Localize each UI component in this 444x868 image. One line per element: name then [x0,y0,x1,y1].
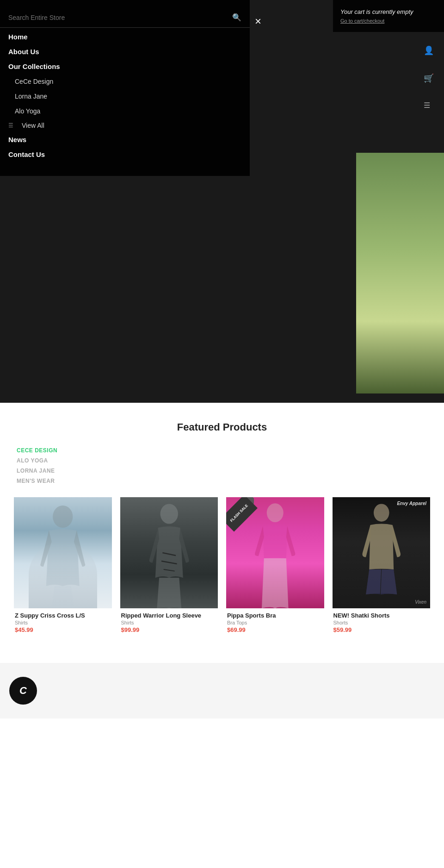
product-info-2: Ripped Warrior Long Sleeve Shirts $99.99 [120,608,218,635]
nav-link-about[interactable]: About Us [8,48,39,56]
nav-item-home[interactable]: Home [8,30,241,44]
footer: C [0,663,444,718]
nav-link-home[interactable]: Home [8,33,28,41]
nav-item-contact[interactable]: Contact Us [8,147,241,162]
product-name-1: Z Suppy Criss Cross L/S [15,612,111,619]
product-category-1: Shirts [15,620,111,625]
nav-link-cece[interactable]: CeCe Design [8,78,53,85]
search-icon[interactable]: 🔍 [232,13,241,22]
product-image-1 [14,497,112,608]
product-category-3: Bra Tops [227,620,323,625]
user-icon[interactable]: 👤 [424,45,434,56]
product-price-1: $45.99 [15,626,111,633]
nav-link-news[interactable]: News [8,136,26,144]
product-card-3[interactable]: FLASHSALE Pippa Sports Bra Bra Tops $69.… [226,497,324,635]
product-price-2: $99.99 [121,626,217,633]
nav-link-alo[interactable]: Alo Yoga [8,107,40,115]
nav-overlay: 🔍 Home About Us Our Collections CeCe Des… [0,0,250,176]
product-info-1: Z Suppy Criss Cross L/S Shirts $45.99 [14,608,112,635]
product-category-4: Shorts [333,620,430,625]
nav-item-viewall[interactable]: ☰ View All [8,119,241,132]
product-card-1[interactable]: Z Suppy Criss Cross L/S Shirts $45.99 [14,497,112,635]
svg-point-5 [267,503,284,522]
cart-icon[interactable]: 🛒 [424,73,434,83]
nav-item-alo[interactable]: Alo Yoga [8,104,241,119]
nav-item-cece[interactable]: CeCe Design [8,74,241,89]
vixen-watermark: Vixen [415,599,426,605]
menu-icon[interactable]: ☰ [424,101,434,110]
product-image-3: FLASHSALE [226,497,324,608]
product-name-4: NEW! Shatki Shorts [333,612,430,619]
nav-item-collections[interactable]: Our Collections [8,59,241,74]
product-name-3: Pippa Sports Bra [227,612,323,619]
cart-panel: Your cart is currently empty Go to cart/… [333,0,444,32]
product-image-4: Envy Apparel Vixen [333,497,431,608]
footer-logo: C [9,677,37,705]
svg-point-6 [373,504,389,521]
svg-point-1 [160,504,178,524]
nav-item-lorna[interactable]: Lorna Jane [8,89,241,104]
bg-icons: 👤 🛒 ☰ [417,37,440,118]
product-category-2: Shirts [121,620,217,625]
featured-title: Featured Products [9,421,435,433]
product-card-4[interactable]: Envy Apparel Vixen NEW! Shatki Short [333,497,431,635]
filter-lorna[interactable]: LORNA JANE [17,468,435,474]
featured-products-section: Featured Products CECE DESIGN ALO YOGA L… [0,403,444,663]
filter-cece[interactable]: CECE DESIGN [17,447,435,454]
nav-item-news[interactable]: News [8,132,241,147]
hero-right-image [356,153,444,393]
product-image-2 [120,497,218,608]
product-name-2: Ripped Warrior Long Sleeve [121,612,217,619]
nav-link-viewall[interactable]: View All [15,122,44,129]
svg-point-0 [53,506,73,528]
nav-link-collections[interactable]: Our Collections [8,62,60,70]
cart-link[interactable]: Go to cart/checkout [340,18,437,24]
product-card-2[interactable]: Ripped Warrior Long Sleeve Shirts $99.99 [120,497,218,635]
filter-mens[interactable]: MEN'S WEAR [17,478,435,484]
product-price-3: $69.99 [227,626,323,633]
nav-item-about[interactable]: About Us [8,44,241,59]
nav-link-contact[interactable]: Contact Us [8,150,45,158]
product-price-4: $59.99 [333,626,430,633]
nav-link-lorna[interactable]: Lorna Jane [8,93,47,100]
product-info-4: NEW! Shatki Shorts Shorts $59.99 [333,608,431,635]
filter-tabs: CECE DESIGN ALO YOGA LORNA JANE MEN'S WE… [9,447,435,484]
cart-empty-message: Your cart is currently empty [340,8,437,15]
product-grid: Z Suppy Criss Cross L/S Shirts $45.99 [9,497,435,635]
search-bar: 🔍 [0,9,250,28]
filter-alo[interactable]: ALO YOGA [17,457,435,464]
nav-menu: Home About Us Our Collections CeCe Desig… [0,30,250,162]
search-input[interactable] [8,14,232,21]
product-info-3: Pippa Sports Bra Bra Tops $69.99 [226,608,324,635]
close-button[interactable]: × [250,13,266,30]
